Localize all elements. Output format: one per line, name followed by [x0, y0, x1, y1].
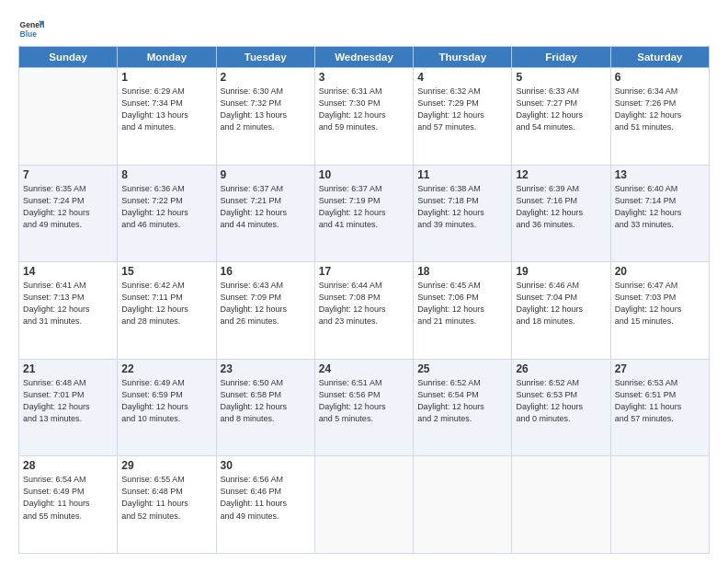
calendar-day-cell	[19, 68, 118, 166]
day-info: Sunrise: 6:31 AM Sunset: 7:30 PM Dayligh…	[319, 86, 409, 133]
calendar-day-cell: 4Sunrise: 6:32 AM Sunset: 7:29 PM Daylig…	[414, 68, 512, 166]
calendar-day-cell: 17Sunrise: 6:44 AM Sunset: 7:08 PM Dayli…	[314, 262, 413, 360]
day-info: Sunrise: 6:35 AM Sunset: 7:24 PM Dayligh…	[23, 183, 113, 231]
day-info: Sunrise: 6:53 AM Sunset: 6:51 PM Dayligh…	[615, 377, 705, 425]
day-number: 1	[121, 71, 211, 84]
calendar-day-cell: 5Sunrise: 6:33 AM Sunset: 7:27 PM Daylig…	[512, 68, 610, 166]
calendar-day-cell: 13Sunrise: 6:40 AM Sunset: 7:14 PM Dayli…	[610, 165, 709, 262]
calendar-day-cell: 27Sunrise: 6:53 AM Sunset: 6:51 PM Dayli…	[610, 359, 709, 456]
day-number: 11	[417, 168, 507, 181]
calendar-week-row: 1Sunrise: 6:29 AM Sunset: 7:34 PM Daylig…	[19, 68, 710, 166]
calendar-week-row: 21Sunrise: 6:48 AM Sunset: 7:01 PM Dayli…	[19, 359, 710, 456]
calendar-day-cell: 21Sunrise: 6:48 AM Sunset: 7:01 PM Dayli…	[19, 359, 118, 456]
day-info: Sunrise: 6:29 AM Sunset: 7:34 PM Dayligh…	[121, 86, 211, 133]
day-info: Sunrise: 6:30 AM Sunset: 7:32 PM Dayligh…	[221, 86, 311, 133]
calendar-day-cell: 3Sunrise: 6:31 AM Sunset: 7:30 PM Daylig…	[314, 68, 413, 166]
calendar-day-cell: 18Sunrise: 6:45 AM Sunset: 7:06 PM Dayli…	[414, 262, 512, 360]
weekday-header-monday: Monday	[118, 47, 216, 68]
calendar-day-cell: 25Sunrise: 6:52 AM Sunset: 6:54 PM Dayli…	[414, 359, 512, 456]
day-info: Sunrise: 6:44 AM Sunset: 7:08 PM Dayligh…	[319, 280, 409, 327]
calendar-day-cell	[610, 456, 709, 554]
day-number: 10	[319, 168, 409, 181]
weekday-header-saturday: Saturday	[610, 47, 709, 68]
day-info: Sunrise: 6:49 AM Sunset: 6:59 PM Dayligh…	[121, 377, 211, 425]
day-info: Sunrise: 6:37 AM Sunset: 7:21 PM Dayligh…	[221, 183, 311, 231]
header: General Blue	[18, 17, 710, 42]
day-info: Sunrise: 6:46 AM Sunset: 7:04 PM Dayligh…	[516, 280, 606, 327]
calendar-day-cell: 15Sunrise: 6:42 AM Sunset: 7:11 PM Dayli…	[118, 262, 216, 360]
day-info: Sunrise: 6:41 AM Sunset: 7:13 PM Dayligh…	[23, 280, 113, 327]
day-number: 2	[221, 71, 311, 84]
calendar-day-cell: 11Sunrise: 6:38 AM Sunset: 7:18 PM Dayli…	[414, 165, 512, 262]
weekday-header-friday: Friday	[512, 47, 610, 68]
day-info: Sunrise: 6:56 AM Sunset: 6:46 PM Dayligh…	[221, 474, 311, 522]
page: General Blue SundayMondayTuesdayWednesda…	[0, 0, 728, 563]
day-info: Sunrise: 6:55 AM Sunset: 6:48 PM Dayligh…	[121, 474, 211, 522]
day-info: Sunrise: 6:39 AM Sunset: 7:16 PM Dayligh…	[516, 183, 606, 231]
day-number: 12	[516, 168, 606, 181]
day-number: 21	[23, 362, 113, 375]
calendar-day-cell: 12Sunrise: 6:39 AM Sunset: 7:16 PM Dayli…	[512, 165, 610, 262]
day-info: Sunrise: 6:42 AM Sunset: 7:11 PM Dayligh…	[121, 280, 211, 327]
calendar-week-row: 7Sunrise: 6:35 AM Sunset: 7:24 PM Daylig…	[19, 165, 710, 262]
day-number: 18	[417, 265, 507, 278]
calendar-day-cell: 14Sunrise: 6:41 AM Sunset: 7:13 PM Dayli…	[19, 262, 118, 360]
weekday-header-row: SundayMondayTuesdayWednesdayThursdayFrid…	[19, 47, 710, 68]
day-number: 28	[23, 459, 113, 472]
calendar-day-cell: 30Sunrise: 6:56 AM Sunset: 6:46 PM Dayli…	[216, 456, 314, 554]
calendar-day-cell	[414, 456, 512, 554]
day-number: 14	[23, 265, 113, 278]
weekday-header-sunday: Sunday	[19, 47, 118, 68]
calendar-day-cell: 23Sunrise: 6:50 AM Sunset: 6:58 PM Dayli…	[216, 359, 314, 456]
day-number: 4	[417, 71, 507, 84]
day-number: 29	[121, 459, 211, 472]
day-number: 30	[221, 459, 311, 472]
weekday-header-wednesday: Wednesday	[314, 47, 413, 68]
calendar-day-cell: 1Sunrise: 6:29 AM Sunset: 7:34 PM Daylig…	[118, 68, 216, 166]
generalblue-logo-icon: General Blue	[18, 17, 44, 42]
day-info: Sunrise: 6:54 AM Sunset: 6:49 PM Dayligh…	[23, 474, 113, 522]
day-number: 15	[121, 265, 211, 278]
day-info: Sunrise: 6:52 AM Sunset: 6:54 PM Dayligh…	[417, 377, 507, 425]
calendar-day-cell: 10Sunrise: 6:37 AM Sunset: 7:19 PM Dayli…	[314, 165, 413, 262]
day-number: 22	[121, 362, 211, 375]
calendar-week-row: 14Sunrise: 6:41 AM Sunset: 7:13 PM Dayli…	[19, 262, 710, 360]
day-number: 5	[516, 71, 606, 84]
day-info: Sunrise: 6:51 AM Sunset: 6:56 PM Dayligh…	[319, 377, 409, 425]
day-number: 9	[221, 168, 311, 181]
weekday-header-thursday: Thursday	[414, 47, 512, 68]
day-info: Sunrise: 6:47 AM Sunset: 7:03 PM Dayligh…	[615, 280, 705, 327]
day-info: Sunrise: 6:33 AM Sunset: 7:27 PM Dayligh…	[516, 86, 606, 133]
day-info: Sunrise: 6:45 AM Sunset: 7:06 PM Dayligh…	[417, 280, 507, 327]
svg-text:Blue: Blue	[20, 29, 38, 39]
day-info: Sunrise: 6:34 AM Sunset: 7:26 PM Dayligh…	[615, 86, 705, 133]
day-number: 7	[23, 168, 113, 181]
calendar-week-row: 28Sunrise: 6:54 AM Sunset: 6:49 PM Dayli…	[19, 456, 710, 554]
weekday-header-tuesday: Tuesday	[216, 47, 314, 68]
day-number: 8	[121, 168, 211, 181]
day-number: 19	[516, 265, 606, 278]
day-number: 20	[615, 265, 705, 278]
day-number: 27	[615, 362, 705, 375]
calendar-day-cell: 8Sunrise: 6:36 AM Sunset: 7:22 PM Daylig…	[118, 165, 216, 262]
day-number: 13	[615, 168, 705, 181]
day-number: 6	[615, 71, 705, 84]
calendar-day-cell	[314, 456, 413, 554]
calendar-day-cell	[512, 456, 610, 554]
day-info: Sunrise: 6:50 AM Sunset: 6:58 PM Dayligh…	[221, 377, 311, 425]
day-number: 23	[221, 362, 311, 375]
day-number: 17	[319, 265, 409, 278]
calendar-table: SundayMondayTuesdayWednesdayThursdayFrid…	[18, 46, 710, 554]
calendar-day-cell: 20Sunrise: 6:47 AM Sunset: 7:03 PM Dayli…	[610, 262, 709, 360]
day-info: Sunrise: 6:40 AM Sunset: 7:14 PM Dayligh…	[615, 183, 705, 231]
day-number: 16	[221, 265, 311, 278]
calendar-day-cell: 22Sunrise: 6:49 AM Sunset: 6:59 PM Dayli…	[118, 359, 216, 456]
calendar-day-cell: 26Sunrise: 6:52 AM Sunset: 6:53 PM Dayli…	[512, 359, 610, 456]
calendar-day-cell: 28Sunrise: 6:54 AM Sunset: 6:49 PM Dayli…	[19, 456, 118, 554]
day-info: Sunrise: 6:37 AM Sunset: 7:19 PM Dayligh…	[319, 183, 409, 231]
day-number: 3	[319, 71, 409, 84]
calendar-day-cell: 2Sunrise: 6:30 AM Sunset: 7:32 PM Daylig…	[216, 68, 314, 166]
day-number: 26	[516, 362, 606, 375]
calendar-day-cell: 6Sunrise: 6:34 AM Sunset: 7:26 PM Daylig…	[610, 68, 709, 166]
calendar-day-cell: 19Sunrise: 6:46 AM Sunset: 7:04 PM Dayli…	[512, 262, 610, 360]
